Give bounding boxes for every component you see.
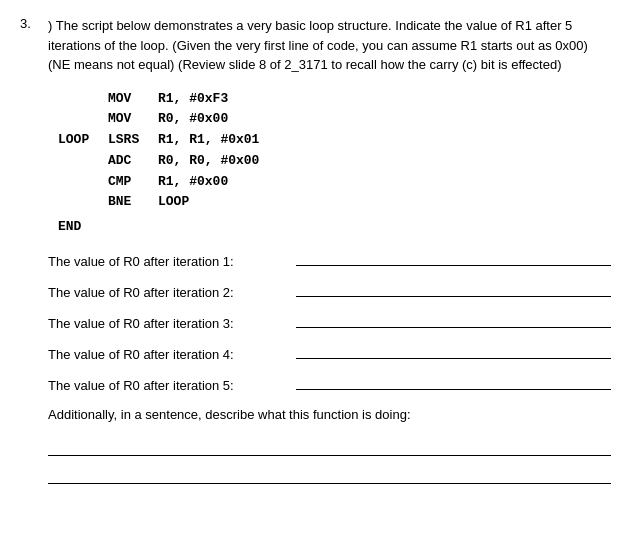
code-line-3: LOOP LSRS R1, R1, #0x01 [58,130,611,151]
answer-input-3[interactable] [296,310,611,328]
code-instruction-2: MOV [108,109,158,130]
answer-row-4: The value of R0 after iteration 4: [48,341,611,362]
additional-text: Additionally, in a sentence, describe wh… [48,407,611,422]
code-line-4: ADC R0, R0, #0x00 [58,151,611,172]
code-operands-5: R1, #0x00 [158,172,228,193]
answer-input-4[interactable] [296,341,611,359]
end-label: END [58,219,611,234]
code-line-6: BNE LOOP [58,192,611,213]
code-line-5: CMP R1, #0x00 [58,172,611,193]
code-instruction-4: ADC [108,151,158,172]
code-line-1: MOV R1, #0xF3 [58,89,611,110]
code-line-2: MOV R0, #0x00 [58,109,611,130]
question-text: ) The script below demonstrates a very b… [48,16,611,75]
answer-label-2: The value of R0 after iteration 2: [48,285,288,300]
code-block: MOV R1, #0xF3 MOV R0, #0x00 LOOP LSRS R1… [58,89,611,214]
code-operands-2: R0, #0x00 [158,109,228,130]
code-label-3: LOOP [58,130,108,151]
question-body: ) The script below demonstrates a very b… [48,16,611,484]
answer-label-1: The value of R0 after iteration 1: [48,254,288,269]
code-instruction-1: MOV [108,89,158,110]
question-container: 3. ) The script below demonstrates a ver… [20,16,611,484]
code-operands-1: R1, #0xF3 [158,89,228,110]
answer-row-5: The value of R0 after iteration 5: [48,372,611,393]
answer-input-2[interactable] [296,279,611,297]
answer-input-5[interactable] [296,372,611,390]
answer-input-1[interactable] [296,248,611,266]
long-answer-line-1[interactable] [48,438,611,456]
code-operands-4: R0, R0, #0x00 [158,151,259,172]
answer-row-2: The value of R0 after iteration 2: [48,279,611,300]
code-label-2 [58,109,108,130]
question-number: 3. [20,16,40,484]
code-label-4 [58,151,108,172]
code-label-5 [58,172,108,193]
code-label-1 [58,89,108,110]
long-answer-line-2[interactable] [48,466,611,484]
code-label-6 [58,192,108,213]
code-instruction-5: CMP [108,172,158,193]
answer-row-1: The value of R0 after iteration 1: [48,248,611,269]
code-instruction-3: LSRS [108,130,158,151]
code-instruction-6: BNE [108,192,158,213]
code-operands-6: LOOP [158,192,189,213]
answer-row-3: The value of R0 after iteration 3: [48,310,611,331]
code-operands-3: R1, R1, #0x01 [158,130,259,151]
answer-label-5: The value of R0 after iteration 5: [48,378,288,393]
answer-label-3: The value of R0 after iteration 3: [48,316,288,331]
answer-label-4: The value of R0 after iteration 4: [48,347,288,362]
